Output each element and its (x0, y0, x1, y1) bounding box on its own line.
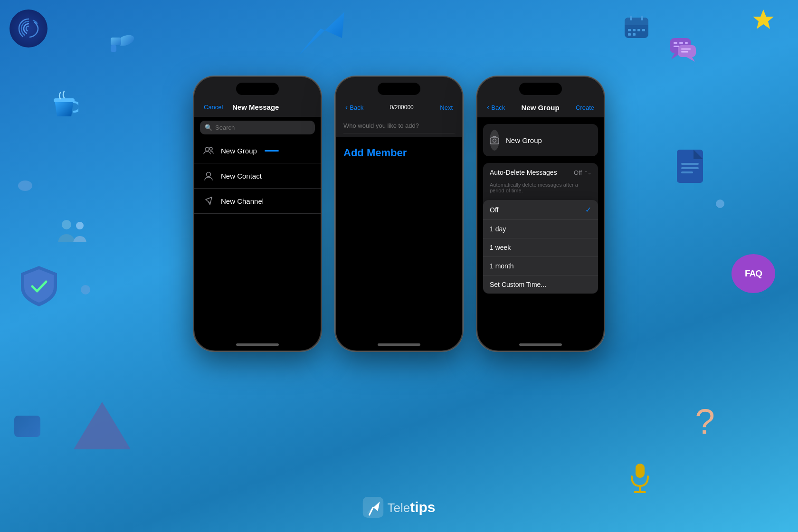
create-button[interactable]: Create (576, 104, 594, 111)
svg-rect-6 (625, 21, 648, 25)
new-channel-menu-item[interactable]: New Channel (194, 189, 321, 214)
microphone-decoration (627, 461, 653, 496)
svg-rect-4 (625, 18, 648, 38)
phones-container: Cancel New Message 🔍 (193, 76, 605, 352)
phone2-notch (378, 83, 420, 95)
dropdown-item-custom[interactable]: Set Custom Time... (483, 276, 598, 294)
svg-point-39 (209, 147, 212, 150)
svg-rect-33 (681, 167, 699, 169)
phone1-home-indicator (236, 343, 279, 346)
new-channel-icon (202, 194, 215, 208)
new-group-menu-item[interactable]: New Group (194, 138, 321, 163)
add-member-title: Add Member (336, 137, 462, 164)
back-chevron-icon: ‹ (345, 103, 348, 112)
people-decoration (57, 216, 90, 247)
dropdown-1day-label: 1 day (490, 225, 506, 233)
svg-rect-20 (674, 42, 677, 44)
auto-delete-value: Off ⌃⌄ (574, 169, 591, 176)
dropdown-1week-label: 1 week (490, 244, 511, 251)
dropdown-off-label: Off (490, 206, 498, 214)
svg-marker-19 (686, 57, 695, 62)
svg-point-28 (76, 222, 84, 229)
dropdown-item-off[interactable]: Off ✓ (483, 200, 598, 220)
dropdown-1month-label: 1 month (490, 262, 514, 270)
svg-rect-34 (681, 171, 693, 173)
camera-button[interactable] (490, 130, 499, 151)
svg-rect-21 (679, 42, 683, 44)
auto-delete-label: Auto-Delete Messages (490, 169, 557, 176)
auto-delete-row[interactable]: Auto-Delete Messages Off ⌃⌄ (483, 163, 598, 182)
svg-rect-14 (633, 33, 636, 36)
logo-container: Teletips (362, 497, 435, 518)
svg-rect-16 (670, 38, 691, 53)
chevron-up-down-icon: ⌃⌄ (584, 170, 591, 175)
phone2-search-bar[interactable] (336, 117, 462, 137)
logo-text: Teletips (387, 499, 435, 515)
auto-delete-section: Auto-Delete Messages Off ⌃⌄ Automaticall… (483, 163, 598, 294)
new-contact-menu-item[interactable]: New Contact (194, 163, 321, 189)
svg-marker-15 (753, 10, 774, 29)
phone3-back-button[interactable]: ‹ Back (487, 103, 505, 112)
dropdown-custom-label: Set Custom Time... (490, 281, 546, 288)
blob1 (18, 180, 32, 191)
svg-rect-25 (681, 51, 688, 53)
add-member-search-input[interactable] (343, 122, 455, 133)
phone-3: ‹ Back New Group Create (476, 76, 605, 352)
phone3-back-chevron-icon: ‹ (487, 103, 489, 112)
phone1-screen: Cancel New Message 🔍 (194, 77, 321, 351)
dropdown-item-1day[interactable]: 1 day (483, 220, 598, 238)
svg-rect-8 (641, 16, 643, 20)
calendar-decoration (622, 12, 651, 42)
svg-rect-32 (681, 163, 699, 165)
svg-rect-24 (681, 48, 691, 50)
shield-decoration (19, 264, 59, 311)
svg-marker-17 (671, 53, 681, 59)
group-name-input[interactable] (506, 136, 596, 144)
svg-rect-13 (628, 33, 631, 36)
faq-decoration: FAQ (732, 254, 775, 293)
svg-rect-9 (628, 29, 631, 31)
new-contact-label: New Contact (221, 172, 262, 180)
cancel-button[interactable]: Cancel (204, 104, 223, 111)
search-icon: 🔍 (205, 124, 212, 131)
svg-rect-1 (111, 38, 121, 45)
phone3-home-indicator (519, 343, 562, 346)
telegram-arrow-decoration (290, 2, 352, 66)
question-mark-decoration: ? (695, 401, 715, 442)
new-group-arrow (265, 150, 279, 152)
megaphone-decoration (102, 26, 135, 61)
svg-marker-29 (74, 402, 131, 449)
dropdown-item-1week[interactable]: 1 week (483, 238, 598, 257)
svg-rect-2 (111, 45, 116, 52)
new-contact-icon (202, 169, 215, 182)
new-group-title: New Group (522, 104, 560, 112)
back-button[interactable]: ‹ Back (345, 103, 363, 112)
search-input[interactable] (215, 124, 310, 131)
phone2-home-indicator (378, 343, 420, 346)
blob3 (716, 200, 724, 208)
svg-marker-3 (299, 12, 344, 55)
triangle-decoration (71, 399, 133, 454)
svg-marker-31 (694, 150, 703, 159)
logo-icon (362, 497, 383, 518)
dropdown-item-1month[interactable]: 1 month (483, 257, 598, 276)
fingerprint-decoration (10, 10, 48, 48)
phone1-notch (236, 83, 279, 95)
svg-rect-18 (678, 45, 696, 57)
logo-tele: Tele (387, 501, 410, 515)
group-name-row (483, 124, 598, 156)
phone2-screen: ‹ Back 0/200000 Next Add Member (336, 77, 462, 351)
blob2 (81, 285, 90, 294)
svg-point-27 (62, 220, 71, 229)
phone1-search-bar[interactable]: 🔍 (200, 121, 315, 134)
new-group-icon (202, 144, 215, 157)
phone3-screen: ‹ Back New Group Create (477, 77, 604, 351)
phone-1: Cancel New Message 🔍 (193, 76, 322, 352)
svg-rect-12 (642, 29, 645, 31)
cup-decoration (50, 90, 78, 121)
new-message-title: New Message (232, 103, 279, 111)
svg-rect-7 (630, 16, 632, 20)
svg-rect-23 (674, 46, 679, 47)
next-button[interactable]: Next (440, 104, 453, 111)
phone3-notch (519, 83, 562, 95)
